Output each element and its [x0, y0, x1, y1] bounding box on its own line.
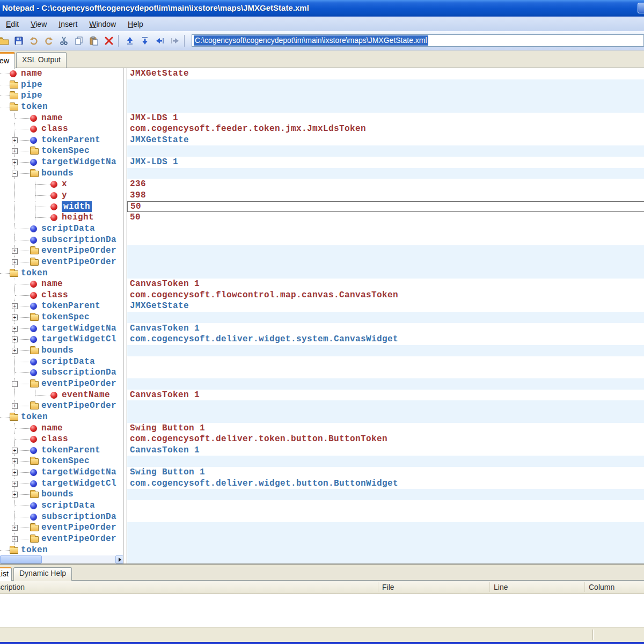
- expand-plus-icon[interactable]: +: [12, 326, 18, 332]
- value-cell[interactable]: Swing Button 1: [127, 423, 644, 434]
- node-label[interactable]: scriptData: [41, 223, 95, 235]
- node-label[interactable]: class: [41, 434, 68, 445]
- value-cell[interactable]: CanvasToken 1: [127, 323, 644, 334]
- tree-node-class[interactable]: class: [0, 123, 123, 135]
- tree-node-eventPipeOrder[interactable]: +eventPipeOrder: [0, 245, 123, 257]
- menu-insert[interactable]: Insert: [53, 18, 83, 31]
- tree-node-eventPipeOrder[interactable]: +eventPipeOrder: [0, 522, 123, 533]
- expand-plus-icon[interactable]: +: [12, 470, 18, 475]
- tab-dynamic-help[interactable]: Dynamic Help: [13, 567, 72, 581]
- value-cell[interactable]: [127, 522, 644, 533]
- tree-node-name[interactable]: name: [0, 279, 123, 290]
- cut-button[interactable]: [57, 34, 70, 47]
- value-cell[interactable]: [127, 400, 644, 412]
- value-cell[interactable]: [127, 456, 644, 467]
- redo-button[interactable]: [42, 34, 55, 47]
- tree-node-eventName[interactable]: eventName: [0, 390, 123, 401]
- tree-pane[interactable]: namepipepipetokennameclass+tokenParent+t…: [0, 68, 123, 564]
- tree-node-tokenParent[interactable]: +tokenParent: [0, 135, 123, 146]
- open-button[interactable]: [0, 34, 10, 47]
- tree-node-targetWidgetCl[interactable]: +targetWidgetCl: [0, 478, 123, 489]
- tree-node-tokenSpec[interactable]: +tokenSpec: [0, 456, 123, 467]
- node-label[interactable]: height: [62, 212, 94, 223]
- tree-node-token[interactable]: token: [0, 268, 123, 279]
- tab-xsl-output[interactable]: XSL Output: [16, 52, 67, 68]
- value-cell[interactable]: JMX-LDS 1: [127, 157, 644, 168]
- value-cell[interactable]: JMXGetState: [127, 135, 644, 146]
- tree-node-scriptData[interactable]: scriptData: [0, 223, 123, 235]
- node-label[interactable]: eventName: [62, 390, 110, 401]
- tree-node-class[interactable]: class: [0, 290, 123, 301]
- error-list-body[interactable]: [0, 594, 644, 627]
- nudge-left-button[interactable]: [153, 34, 166, 47]
- expand-plus-icon[interactable]: +: [12, 448, 18, 453]
- value-cell[interactable]: 50: [127, 212, 644, 223]
- value-cell[interactable]: [127, 245, 644, 257]
- node-label[interactable]: name: [21, 68, 42, 79]
- node-label[interactable]: tokenParent: [41, 445, 100, 456]
- value-cell[interactable]: com.cogencysoft.feeder.token.jmx.JmxLdsT…: [127, 123, 644, 135]
- value-cell[interactable]: JMXGetState: [127, 68, 644, 79]
- node-label[interactable]: bounds: [41, 168, 74, 179]
- value-cell[interactable]: [127, 257, 644, 268]
- menu-view[interactable]: View: [25, 18, 53, 31]
- value-cell[interactable]: [127, 145, 644, 157]
- column-line[interactable]: Line: [494, 581, 508, 594]
- tree-node-subscriptionDa[interactable]: subscriptionDa: [0, 367, 123, 378]
- tree-node-subscriptionDa[interactable]: subscriptionDa: [0, 511, 123, 523]
- tree-node-eventPipeOrder[interactable]: −eventPipeOrder: [0, 378, 123, 390]
- tree-horizontal-scrollbar[interactable]: [0, 555, 123, 564]
- node-label[interactable]: token: [21, 545, 48, 556]
- value-cell[interactable]: [127, 489, 644, 500]
- node-label[interactable]: bounds: [41, 489, 74, 500]
- value-cell[interactable]: [127, 345, 644, 356]
- tree-node-scriptData[interactable]: scriptData: [0, 500, 123, 511]
- node-label[interactable]: name: [41, 279, 63, 290]
- delete-button[interactable]: [103, 34, 115, 47]
- tree-node-bounds[interactable]: −bounds: [0, 168, 123, 179]
- node-label[interactable]: targetWidgetNa: [41, 157, 116, 168]
- tree-node-y[interactable]: y: [0, 190, 123, 201]
- node-label[interactable]: scriptData: [41, 356, 95, 368]
- tree-node-targetWidgetNa[interactable]: +targetWidgetNa: [0, 323, 123, 334]
- node-label[interactable]: eventPipeOrder: [41, 257, 116, 268]
- value-cell[interactable]: 236: [127, 179, 644, 190]
- expand-plus-icon[interactable]: +: [12, 525, 18, 531]
- menu-edit[interactable]: Edit: [0, 18, 25, 31]
- scroll-right-button[interactable]: [115, 555, 123, 564]
- expand-plus-icon[interactable]: +: [12, 137, 18, 143]
- expand-plus-icon[interactable]: +: [12, 148, 18, 154]
- node-label[interactable]: targetWidgetNa: [41, 467, 116, 478]
- node-label[interactable]: token: [21, 268, 48, 279]
- value-cell[interactable]: JMXGetState: [127, 301, 644, 312]
- address-selected-text[interactable]: C:\cogencysoft\cogencydepot\im\main\ixst…: [194, 35, 428, 46]
- expand-plus-icon[interactable]: +: [12, 303, 18, 309]
- value-cell[interactable]: [127, 412, 644, 423]
- expand-plus-icon[interactable]: +: [12, 458, 18, 464]
- value-cell[interactable]: [127, 500, 644, 511]
- tree-node-targetWidgetNa[interactable]: +targetWidgetNa: [0, 467, 123, 478]
- tree-node-name[interactable]: name: [0, 68, 123, 79]
- value-cell[interactable]: [127, 235, 644, 246]
- value-cell[interactable]: [127, 101, 644, 113]
- value-cell[interactable]: com.cogencysoft.deliver.widget.system.Ca…: [127, 334, 644, 345]
- menu-help[interactable]: Help: [122, 18, 149, 31]
- node-label[interactable]: eventPipeOrder: [41, 400, 116, 412]
- node-label[interactable]: subscriptionDa: [41, 367, 116, 378]
- value-cell[interactable]: [127, 90, 644, 101]
- minimize-button-fragment[interactable]: [638, 3, 644, 13]
- node-label[interactable]: token: [21, 412, 48, 423]
- value-cell[interactable]: 398: [127, 190, 644, 201]
- value-cell[interactable]: JMX-LDS 1: [127, 113, 644, 124]
- node-label[interactable]: tokenParent: [41, 301, 100, 312]
- expand-plus-icon[interactable]: +: [12, 492, 18, 497]
- copy-button[interactable]: [72, 34, 85, 47]
- collapse-minus-icon[interactable]: −: [12, 381, 18, 387]
- value-pane[interactable]: JMXGetStateJMX-LDS 1com.cogencysoft.feed…: [127, 68, 644, 564]
- tree-node-eventPipeOrder[interactable]: +eventPipeOrder: [0, 533, 123, 545]
- tree-node-x[interactable]: x: [0, 179, 123, 190]
- tree-node-name[interactable]: name: [0, 113, 123, 124]
- value-cell[interactable]: [127, 356, 644, 368]
- expand-plus-icon[interactable]: +: [12, 336, 18, 342]
- node-label[interactable]: width: [62, 201, 92, 213]
